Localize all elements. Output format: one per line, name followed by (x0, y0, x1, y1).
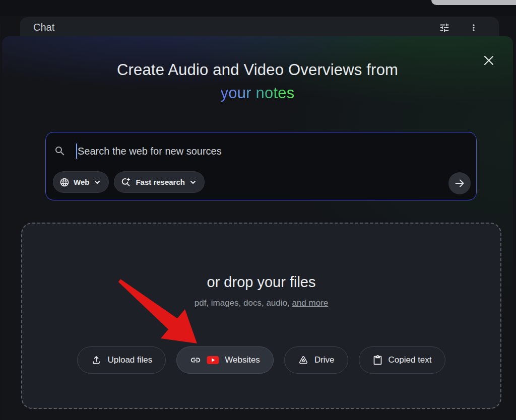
source-buttons-row: Upload files Websites Drive (22, 346, 500, 374)
copied-text-button[interactable]: Copied text (359, 346, 445, 374)
text-cursor (76, 144, 77, 159)
search-icon (54, 145, 66, 157)
chevron-down-icon (93, 178, 101, 186)
research-mode-dropdown[interactable]: Fast research (114, 171, 205, 193)
research-mode-label: Fast research (136, 178, 185, 186)
source-scope-dropdown[interactable]: Web (53, 171, 109, 193)
source-scope-label: Web (74, 178, 89, 186)
dialog-title: Create Audio and Video Overviews from yo… (2, 58, 513, 105)
search-submit-button[interactable] (448, 172, 471, 194)
drive-icon (298, 355, 309, 366)
search-input[interactable] (78, 139, 430, 163)
copied-text-label: Copied text (389, 355, 432, 365)
globe-icon (59, 177, 70, 187)
upload-files-label: Upload files (107, 355, 152, 365)
drive-button[interactable]: Drive (284, 346, 348, 374)
overlay-fragment-bar (431, 0, 516, 5)
tune-icon[interactable] (438, 22, 450, 34)
dialog-title-line2: your notes (221, 84, 295, 102)
arrow-right-icon (454, 177, 466, 189)
web-search-box: Web Fast research (45, 132, 477, 200)
kebab-menu-icon[interactable] (468, 22, 480, 34)
dialog-title-line1: Create Audio and Video Overviews from (2, 58, 513, 82)
drop-zone-subtext: pdf, images, docs, audio, and more (22, 298, 500, 308)
chat-tab-label: Chat (33, 22, 54, 33)
youtube-icon (207, 356, 219, 365)
spark-search-icon (120, 177, 132, 188)
websites-label: Websites (225, 355, 260, 365)
sidebar-icon-fragment: ] (0, 22, 1, 38)
add-sources-dialog: Create Audio and Video Overviews from yo… (2, 36, 513, 420)
upload-files-button[interactable]: Upload files (77, 346, 166, 374)
link-icon (190, 355, 201, 366)
upload-icon (91, 355, 102, 366)
and-more-link[interactable]: and more (292, 298, 328, 308)
drop-zone-heading: or drop your files (22, 274, 500, 291)
websites-button[interactable]: Websites (176, 346, 274, 374)
drive-label: Drive (314, 355, 335, 365)
chevron-down-icon (189, 178, 197, 186)
chat-panel: Chat (20, 17, 499, 37)
file-drop-zone[interactable]: or drop your files pdf, images, docs, au… (21, 223, 501, 409)
clipboard-icon (372, 355, 383, 366)
